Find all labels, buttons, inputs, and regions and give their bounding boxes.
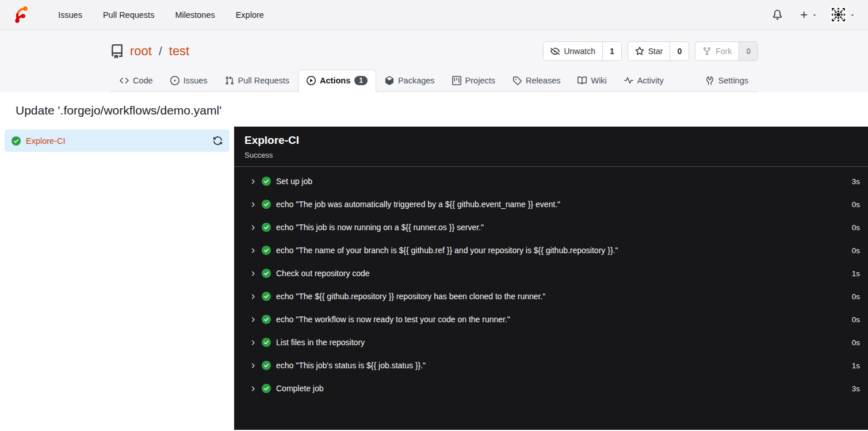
chevron-right-icon[interactable] [249,385,257,392]
fork-button: Fork [695,42,739,60]
user-menu-button[interactable] [830,6,855,23]
check-circle-icon [12,136,21,146]
tab-wiki[interactable]: Wiki [569,70,615,92]
play-icon [307,76,316,85]
pulse-icon [624,76,633,85]
chevron-right-icon[interactable] [249,178,257,185]
chevron-right-icon[interactable] [249,293,257,300]
book-icon [578,76,587,85]
step-row[interactable]: echo "This job's status is ${{ job.statu… [234,354,868,377]
console-job-name: Explore-CI [244,134,858,147]
step-name: echo "The ${{ github.repository }} repos… [276,292,545,301]
tab-packages[interactable]: Packages [376,70,443,92]
repo-owner-link[interactable]: root [130,44,152,59]
step-row[interactable]: echo "The ${{ github.repository }} repos… [234,285,868,308]
check-circle-icon [262,200,271,209]
repo-separator: / [159,44,162,58]
user-avatar [830,6,847,23]
unwatch-button-group: Unwatch1 [543,41,621,61]
step-row[interactable]: echo "The workflow is now ready to test … [234,308,868,331]
tab-issues[interactable]: Issues [162,70,216,92]
tab-releases[interactable]: Releases [504,70,569,92]
console-status-text: Success [244,151,858,159]
repo-tabs: CodeIssuesPull RequestsActions1PackagesP… [110,70,758,92]
chevron-right-icon[interactable] [249,339,257,346]
step-row[interactable]: Complete job3s [234,377,868,400]
star-count[interactable]: 0 [670,42,689,60]
chevron-right-icon[interactable] [249,270,257,277]
tools-icon [705,76,714,85]
chevron-right-icon[interactable] [249,201,257,208]
rerun-job-button[interactable] [213,136,223,146]
tab-activity[interactable]: Activity [615,70,672,92]
console-header: Explore-CI Success [234,127,868,167]
repo-title: root / test [110,44,189,59]
job-console: Explore-CI Success Set up job3secho "The… [234,127,868,430]
check-circle-icon [262,223,271,232]
step-row[interactable]: Set up job3s [234,170,868,193]
repo-header: root / test Unwatch1Star0Fork0 CodeIssue… [0,30,868,92]
top-navbar: IssuesPull RequestsMilestonesExplore [0,0,868,30]
chevron-right-icon[interactable] [249,316,257,323]
run-title: Update '.forgejo/workflows/demo.yaml' [0,92,868,127]
step-duration: 0s [852,315,860,324]
tab-label: Activity [637,76,664,85]
tab-label: Packages [398,76,435,85]
step-name: Complete job [276,384,324,393]
step-duration: 0s [852,223,860,232]
step-name: echo "The workflow is now ready to test … [276,315,510,324]
step-duration: 3s [852,177,860,186]
tab-projects[interactable]: Projects [443,70,504,92]
step-name: Check out repository code [276,269,370,278]
tab-settings[interactable]: Settings [697,70,757,92]
tab-code[interactable]: Code [111,70,162,92]
step-duration: 0s [852,246,860,255]
tab-label: Pull Requests [238,76,289,85]
tab-pull-requests[interactable]: Pull Requests [216,70,298,92]
step-row[interactable]: echo "The name of your branch is ${{ git… [234,239,868,262]
step-name: echo "This job is now running on a ${{ r… [276,223,484,232]
step-row[interactable]: echo "The job was automatically triggere… [234,193,868,216]
tab-label: Actions [320,76,350,85]
job-item-explore-ci[interactable]: Explore-CI [5,129,230,152]
navbar-links: IssuesPull RequestsMilestonesExplore [49,6,273,24]
star-button-group: Star0 [628,41,689,61]
nav-link-explore[interactable]: Explore [227,6,273,24]
project-icon [452,76,461,85]
nav-link-pull-requests[interactable]: Pull Requests [94,6,163,24]
chevron-down-icon [812,12,817,18]
tab-label: Wiki [591,76,606,85]
step-name: echo "The job was automatically triggere… [276,200,560,209]
forgejo-logo[interactable] [13,6,29,23]
step-row[interactable]: Check out repository code1s [234,262,868,285]
tab-label: Releases [526,76,560,85]
tab-actions-badge: 1 [354,76,368,85]
step-duration: 0s [852,338,860,347]
chevron-right-icon[interactable] [249,247,257,254]
chevron-right-icon[interactable] [249,224,257,231]
issue-opened-icon [170,76,179,85]
fork-button-group: Fork0 [695,41,758,61]
step-name: List files in the repository [276,338,365,347]
unwatch-button[interactable]: Unwatch [544,42,602,60]
star-button[interactable]: Star [628,42,670,60]
check-circle-icon [262,292,271,301]
step-duration: 0s [852,200,860,209]
job-sidebar: Explore-CI [0,127,234,430]
unwatch-button-label: Unwatch [564,47,595,56]
run-view: Update '.forgejo/workflows/demo.yaml' Ex… [0,92,868,430]
step-name: echo "This job's status is ${{ job.statu… [276,361,426,370]
check-circle-icon [262,315,271,324]
unwatch-count[interactable]: 1 [602,42,621,60]
nav-link-milestones[interactable]: Milestones [166,6,224,24]
tab-actions[interactable]: Actions1 [298,70,376,92]
chevron-right-icon[interactable] [249,362,257,369]
notifications-button[interactable] [768,6,787,23]
repo-name-link[interactable]: test [169,44,189,59]
tab-label: Code [133,76,153,85]
create-new-button[interactable] [795,7,822,23]
step-row[interactable]: List files in the repository0s [234,331,868,354]
step-row[interactable]: echo "This job is now running on a ${{ r… [234,216,868,239]
nav-link-issues[interactable]: Issues [49,6,91,24]
star-icon [635,47,644,56]
